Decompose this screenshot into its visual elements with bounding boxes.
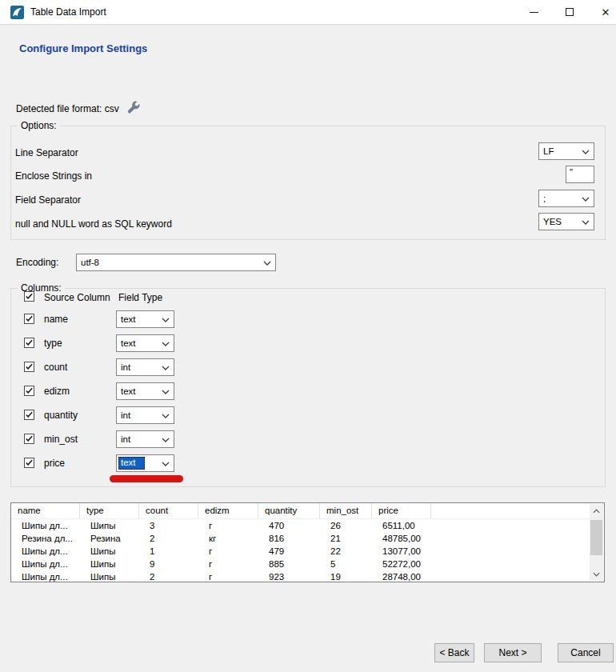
- enclose-strings-input[interactable]: [566, 166, 594, 183]
- wrench-icon[interactable]: [126, 100, 141, 115]
- field-type-value: int: [121, 362, 130, 373]
- table-cell: 885: [258, 558, 320, 570]
- options-group-label: Options:: [18, 120, 60, 131]
- column-name-label: quantity: [44, 410, 78, 421]
- field-type-dropdown[interactable]: text: [116, 310, 174, 328]
- back-button[interactable]: < Back: [434, 643, 474, 662]
- preview-column-header[interactable]: quantity: [258, 503, 320, 518]
- source-column-header: Source Column: [44, 292, 110, 303]
- minimize-icon: [530, 12, 538, 13]
- table-cell: Шипы дл...: [11, 558, 80, 570]
- check-icon: [25, 314, 34, 323]
- table-cell: Шипы дл...: [11, 570, 80, 582]
- maximize-icon: [566, 8, 574, 16]
- table-cell: Резина дл...: [11, 532, 80, 545]
- field-separator-dropdown[interactable]: ;: [538, 190, 594, 207]
- table-cell: 6511,00: [372, 519, 431, 532]
- maximize-button[interactable]: [554, 0, 586, 24]
- table-cell: г: [198, 570, 258, 582]
- scrollbar-thumb[interactable]: [590, 520, 602, 555]
- column-checkbox[interactable]: [24, 338, 34, 348]
- scroll-down-button[interactable]: [590, 567, 603, 581]
- detected-format-label: Detected file format: csv: [16, 103, 119, 114]
- preview-column-header[interactable]: min_ost: [320, 503, 372, 518]
- table-cell: Шипы: [80, 519, 139, 532]
- chevron-down-icon: [582, 150, 590, 154]
- column-row: edizm text: [0, 382, 616, 406]
- column-name-label: edizm: [44, 386, 70, 397]
- column-name-label: price: [44, 458, 65, 469]
- table-cell: 479: [258, 545, 320, 558]
- vertical-scrollbar[interactable]: [590, 504, 603, 581]
- field-type-dropdown[interactable]: text: [116, 382, 174, 400]
- null-keyword-value: YES: [543, 217, 562, 227]
- column-checkbox[interactable]: [24, 410, 34, 420]
- select-all-columns-checkbox[interactable]: [24, 291, 34, 302]
- column-checkbox[interactable]: [24, 362, 34, 372]
- table-cell: Шипы дл...: [11, 519, 80, 532]
- preview-column-header[interactable]: type: [80, 503, 139, 518]
- field-type-value: text: [121, 338, 136, 349]
- chevron-down-icon: [593, 572, 600, 577]
- column-row: count int: [0, 358, 616, 382]
- encoding-value: utf-8: [81, 258, 99, 268]
- null-keyword-dropdown[interactable]: YES: [538, 213, 594, 230]
- table-cell: 1: [139, 545, 198, 558]
- column-checkbox[interactable]: [24, 386, 34, 396]
- preview-column-header[interactable]: edizm: [198, 503, 258, 518]
- field-type-value: text: [118, 457, 145, 470]
- column-checkbox[interactable]: [24, 434, 34, 444]
- field-type-dropdown[interactable]: int: [116, 358, 174, 376]
- line-separator-value: LF: [543, 146, 554, 157]
- table-cell: 26: [320, 519, 372, 532]
- column-checkbox[interactable]: [24, 458, 34, 468]
- scroll-up-button[interactable]: [590, 504, 603, 518]
- preview-column-header[interactable]: name: [11, 503, 80, 518]
- preview-column-header[interactable]: price: [372, 503, 431, 518]
- preview-table-header: nametypecountedizmquantitymin_ostprice: [11, 503, 604, 519]
- check-icon: [25, 338, 34, 347]
- cancel-button[interactable]: Cancel: [558, 643, 614, 662]
- field-type-dropdown[interactable]: text: [116, 454, 174, 472]
- table-cell: 923: [258, 570, 320, 582]
- encoding-label: Encoding:: [16, 257, 58, 268]
- next-button[interactable]: Next >: [484, 643, 542, 662]
- column-name-label: name: [44, 314, 68, 325]
- table-cell: г: [198, 558, 258, 570]
- table-cell: Резина: [80, 532, 139, 545]
- field-type-dropdown[interactable]: text: [116, 334, 174, 352]
- table-cell: 2: [139, 570, 198, 582]
- table-cell: Шипы: [80, 558, 139, 570]
- title-bar: Table Data Import ✕: [0, 0, 616, 25]
- encoding-dropdown[interactable]: utf-8: [76, 254, 276, 271]
- field-type-dropdown[interactable]: int: [116, 406, 174, 424]
- table-row[interactable]: Шипы дл...Шипы9г885552272,00: [11, 558, 604, 570]
- chevron-down-icon: [162, 390, 170, 394]
- table-cell: Шипы: [80, 545, 139, 558]
- check-icon: [25, 386, 34, 395]
- preview-column-header[interactable]: count: [139, 503, 198, 518]
- table-cell: 9: [139, 558, 198, 570]
- field-type-value: text: [121, 314, 136, 325]
- column-checkbox[interactable]: [24, 314, 34, 324]
- table-row[interactable]: Шипы дл...Шипы2г9231928748,00: [11, 570, 604, 582]
- column-row: name text: [0, 310, 616, 334]
- field-type-dropdown[interactable]: int: [116, 430, 174, 448]
- check-icon: [25, 410, 34, 419]
- chevron-down-icon: [582, 197, 590, 202]
- table-cell: г: [198, 545, 258, 558]
- table-row[interactable]: Шипы дл...Шипы3г470266511,00: [11, 519, 604, 532]
- close-button[interactable]: ✕: [590, 0, 616, 24]
- table-cell: 21: [320, 532, 372, 545]
- field-separator-label: Field Separator: [15, 194, 81, 206]
- next-button-label: Next >: [498, 647, 526, 658]
- preview-header-filler: [431, 503, 604, 518]
- table-cell: 5: [320, 558, 372, 570]
- table-row[interactable]: Резина дл...Резина2кг8162148785,00: [11, 532, 604, 545]
- check-icon: [25, 362, 34, 371]
- table-cell: 13077,00: [372, 545, 431, 558]
- minimize-button[interactable]: [518, 0, 550, 24]
- annotation-underline: [110, 475, 183, 482]
- line-separator-dropdown[interactable]: LF: [538, 142, 594, 160]
- table-row[interactable]: Шипы дл...Шипы1г4792213077,00: [11, 545, 604, 558]
